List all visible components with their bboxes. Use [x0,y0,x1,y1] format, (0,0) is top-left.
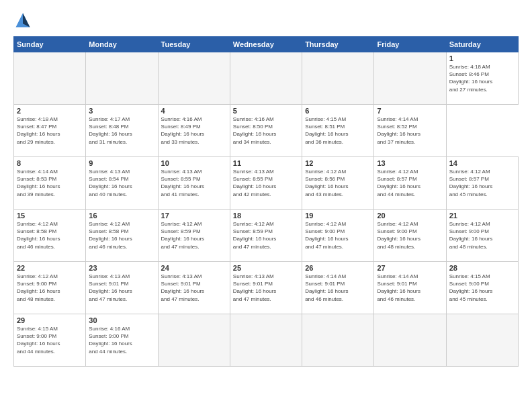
page: SundayMondayTuesdayWednesdayThursdayFrid… [0,0,532,411]
day-cell-4: 4Sunrise: 4:16 AM Sunset: 8:49 PM Daylig… [158,105,230,157]
day-cell-29: 29Sunrise: 4:15 AM Sunset: 9:00 PM Dayli… [14,314,86,367]
day-cell-6: 6Sunrise: 4:15 AM Sunset: 8:51 PM Daylig… [302,105,374,157]
day-cell-19: 19Sunrise: 4:12 AM Sunset: 9:00 PM Dayli… [302,210,374,262]
day-cell-8: 8Sunrise: 4:14 AM Sunset: 8:53 PM Daylig… [14,157,86,210]
empty-cell [14,52,86,105]
empty-cell [446,314,518,367]
col-header-thursday: Thursday [302,37,374,52]
day-cell-7: 7Sunrise: 4:14 AM Sunset: 8:52 PM Daylig… [374,105,446,157]
empty-cell [86,52,158,105]
empty-cell [230,314,302,367]
day-cell-14: 14Sunrise: 4:12 AM Sunset: 8:57 PM Dayli… [446,157,518,210]
day-cell-25: 25Sunrise: 4:13 AM Sunset: 9:01 PM Dayli… [230,262,302,314]
day-cell-15: 15Sunrise: 4:12 AM Sunset: 8:58 PM Dayli… [14,210,86,262]
day-cell-20: 20Sunrise: 4:12 AM Sunset: 9:00 PM Dayli… [374,210,446,262]
col-header-wednesday: Wednesday [230,37,302,52]
day-cell-21: 21Sunrise: 4:12 AM Sunset: 9:00 PM Dayli… [446,210,518,262]
empty-cell [230,52,302,105]
empty-cell [374,314,446,367]
day-cell-18: 18Sunrise: 4:12 AM Sunset: 8:59 PM Dayli… [230,210,302,262]
day-cell-11: 11Sunrise: 4:13 AM Sunset: 8:55 PM Dayli… [230,157,302,210]
week-row-6: 29Sunrise: 4:15 AM Sunset: 9:00 PM Dayli… [14,314,519,367]
day-cell-10: 10Sunrise: 4:13 AM Sunset: 8:55 PM Dayli… [158,157,230,210]
header [13,11,519,30]
week-row-1: 1Sunrise: 4:18 AM Sunset: 8:46 PM Daylig… [14,52,519,105]
calendar-header-row: SundayMondayTuesdayWednesdayThursdayFrid… [14,37,519,52]
day-cell-5: 5Sunrise: 4:16 AM Sunset: 8:50 PM Daylig… [230,105,302,157]
col-header-sunday: Sunday [14,37,86,52]
logo-icon [13,11,32,30]
day-cell-13: 13Sunrise: 4:12 AM Sunset: 8:57 PM Dayli… [374,157,446,210]
day-cell-30: 30Sunrise: 4:16 AM Sunset: 9:00 PM Dayli… [86,314,158,367]
empty-cell [302,52,374,105]
week-row-2: 2Sunrise: 4:18 AM Sunset: 8:47 PM Daylig… [14,105,519,157]
day-cell-26: 26Sunrise: 4:14 AM Sunset: 9:01 PM Dayli… [302,262,374,314]
col-header-saturday: Saturday [446,37,518,52]
col-header-tuesday: Tuesday [158,37,230,52]
empty-cell [302,314,374,367]
empty-cell [158,52,230,105]
week-row-5: 22Sunrise: 4:12 AM Sunset: 9:00 PM Dayli… [14,262,519,314]
empty-cell [374,52,446,105]
empty-cell [158,314,230,367]
week-row-3: 8Sunrise: 4:14 AM Sunset: 8:53 PM Daylig… [14,157,519,210]
day-cell-27: 27Sunrise: 4:14 AM Sunset: 9:01 PM Dayli… [374,262,446,314]
day-cell-22: 22Sunrise: 4:12 AM Sunset: 9:00 PM Dayli… [14,262,86,314]
day-cell-24: 24Sunrise: 4:13 AM Sunset: 9:01 PM Dayli… [158,262,230,314]
day-cell-17: 17Sunrise: 4:12 AM Sunset: 8:59 PM Dayli… [158,210,230,262]
col-header-friday: Friday [374,37,446,52]
calendar-table: SundayMondayTuesdayWednesdayThursdayFrid… [13,36,519,367]
day-cell-28: 28Sunrise: 4:15 AM Sunset: 9:00 PM Dayli… [446,262,518,314]
week-row-4: 15Sunrise: 4:12 AM Sunset: 8:58 PM Dayli… [14,210,519,262]
day-cell-16: 16Sunrise: 4:12 AM Sunset: 8:58 PM Dayli… [86,210,158,262]
day-cell-3: 3Sunrise: 4:17 AM Sunset: 8:48 PM Daylig… [86,105,158,157]
day-cell-2: 2Sunrise: 4:18 AM Sunset: 8:47 PM Daylig… [14,105,86,157]
col-header-monday: Monday [86,37,158,52]
day-cell-12: 12Sunrise: 4:12 AM Sunset: 8:56 PM Dayli… [302,157,374,210]
logo [13,11,35,30]
day-cell-1: 1Sunrise: 4:18 AM Sunset: 8:46 PM Daylig… [446,52,518,105]
day-cell-9: 9Sunrise: 4:13 AM Sunset: 8:54 PM Daylig… [86,157,158,210]
day-cell-23: 23Sunrise: 4:13 AM Sunset: 9:01 PM Dayli… [86,262,158,314]
